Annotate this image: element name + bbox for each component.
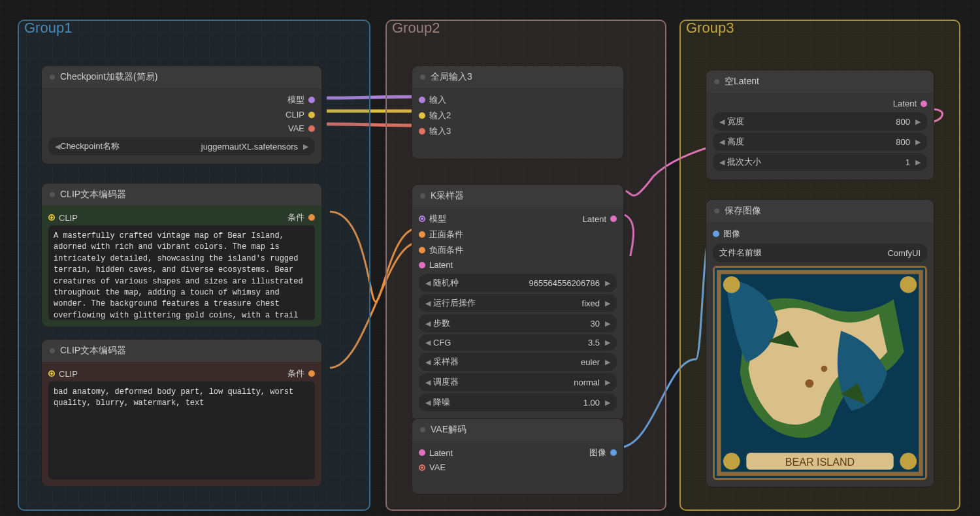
param-value: 3.5 bbox=[588, 338, 600, 347]
ksampler-param-0[interactable]: ◀随机种965564556206786▶ bbox=[419, 274, 617, 292]
output-label: 图像 bbox=[589, 447, 606, 459]
ksampler-param-3[interactable]: ◀CFG3.5▶ bbox=[419, 334, 617, 351]
ksampler-param-6[interactable]: ◀降噪1.00▶ bbox=[419, 393, 617, 411]
collapse-icon[interactable] bbox=[714, 79, 719, 84]
negative-input-port[interactable] bbox=[419, 247, 425, 253]
latent-output-port[interactable] bbox=[921, 101, 927, 107]
arrow-right-icon[interactable]: ▶ bbox=[605, 398, 610, 407]
latent-output-port[interactable] bbox=[610, 216, 617, 222]
param-label: 随机种 bbox=[433, 277, 459, 289]
node-header[interactable]: CLIP文本编码器 bbox=[42, 340, 321, 362]
prompt-textarea[interactable]: bad anatomy, deformed body part, low qua… bbox=[48, 381, 315, 479]
input-label: 正面条件 bbox=[429, 229, 463, 240]
vae-output-port[interactable] bbox=[308, 125, 315, 132]
filename-prefix-widget[interactable]: 文件名前缀ComfyUI bbox=[713, 244, 927, 262]
ksampler-param-1[interactable]: ◀运行后操作fixed▶ bbox=[419, 294, 617, 312]
node-header[interactable]: 全局输入3 bbox=[412, 66, 623, 88]
arrow-right-icon[interactable]: ▶ bbox=[915, 138, 921, 146]
global-input-node[interactable]: 全局输入3 输入 输入2 输入3 bbox=[412, 65, 624, 159]
node-title: 空Latent bbox=[725, 76, 759, 88]
param-label: 高度 bbox=[727, 136, 744, 148]
input-port-1[interactable] bbox=[419, 97, 425, 103]
collapse-icon[interactable] bbox=[714, 208, 719, 214]
arrow-right-icon[interactable]: ▶ bbox=[605, 319, 610, 328]
arrow-left-icon[interactable]: ◀ bbox=[425, 378, 431, 387]
arrow-left-icon[interactable]: ◀ bbox=[425, 299, 431, 308]
group-1-title: Group1 bbox=[24, 20, 72, 37]
input-port-2[interactable] bbox=[419, 112, 425, 119]
param-value: 965564556206786 bbox=[529, 278, 600, 288]
node-header[interactable]: VAE解码 bbox=[412, 419, 623, 441]
latent-input-port[interactable] bbox=[419, 449, 425, 456]
node-header[interactable]: 空Latent bbox=[706, 71, 934, 93]
arrow-left-icon[interactable]: ◀ bbox=[425, 319, 431, 328]
svg-point-9 bbox=[900, 453, 917, 470]
collapse-icon[interactable] bbox=[420, 74, 425, 80]
map-illustration-icon: BEAR ISLAND bbox=[715, 268, 925, 478]
collapse-icon[interactable] bbox=[50, 192, 55, 197]
arrow-right-icon[interactable]: ▶ bbox=[605, 378, 610, 387]
arrow-left-icon[interactable]: ◀ bbox=[719, 138, 725, 146]
arrow-right-icon[interactable]: ▶ bbox=[605, 358, 610, 366]
empty-latent-node[interactable]: 空Latent Latent ◀宽度800▶◀高度800▶◀批次大小1▶ bbox=[706, 70, 934, 180]
latent-input-port[interactable] bbox=[419, 262, 425, 268]
input-label: VAE bbox=[429, 462, 446, 472]
input-port-3[interactable] bbox=[419, 128, 425, 135]
arrow-right-icon[interactable]: ▶ bbox=[605, 299, 610, 308]
image-preview[interactable]: BEAR ISLAND bbox=[713, 266, 927, 480]
param-value: 30 bbox=[591, 319, 600, 329]
clip-input-port[interactable] bbox=[48, 370, 55, 377]
arrow-left-icon[interactable]: ◀ bbox=[425, 398, 431, 407]
node-header[interactable]: 保存图像 bbox=[706, 200, 934, 222]
arrow-left-icon[interactable]: ◀ bbox=[425, 338, 431, 347]
arrow-right-icon[interactable]: ▶ bbox=[303, 142, 308, 151]
vae-decode-node[interactable]: VAE解码 Latent图像 VAE bbox=[412, 418, 624, 494]
arrow-right-icon[interactable]: ▶ bbox=[605, 338, 610, 347]
empty-latent-param-1[interactable]: ◀高度800▶ bbox=[713, 133, 927, 151]
arrow-right-icon[interactable]: ▶ bbox=[605, 279, 610, 287]
prompt-textarea[interactable]: A masterfully crafted vintage map of Bea… bbox=[48, 225, 315, 320]
conditioning-output-port[interactable] bbox=[308, 370, 315, 377]
arrow-left-icon[interactable]: ◀ bbox=[425, 358, 431, 366]
model-input-port[interactable] bbox=[419, 216, 425, 222]
save-image-node[interactable]: 保存图像 图像 文件名前缀ComfyUI BEAR ISLAND bbox=[706, 199, 934, 487]
positive-input-port[interactable] bbox=[419, 231, 425, 238]
collapse-icon[interactable] bbox=[50, 74, 55, 80]
arrow-right-icon[interactable]: ▶ bbox=[915, 158, 921, 167]
output-label: CLIP bbox=[286, 110, 304, 120]
arrow-left-icon[interactable]: ◀ bbox=[425, 279, 431, 287]
collapse-icon[interactable] bbox=[420, 427, 425, 432]
node-header[interactable]: CLIP文本编码器 bbox=[42, 184, 321, 206]
svg-point-8 bbox=[723, 453, 740, 470]
node-title: Checkpoint加载器(简易) bbox=[60, 71, 157, 83]
clip-output-port[interactable] bbox=[308, 112, 315, 118]
clip-text-encode-negative-node[interactable]: CLIP文本编码器 CLIP条件 bad anatomy, deformed b… bbox=[41, 339, 322, 487]
arrow-right-icon[interactable]: ▶ bbox=[915, 118, 921, 126]
clip-input-port[interactable] bbox=[48, 214, 55, 221]
model-output-port[interactable] bbox=[308, 97, 315, 103]
conditioning-output-port[interactable] bbox=[308, 214, 315, 221]
arrow-left-icon[interactable]: ◀ bbox=[719, 158, 725, 167]
image-input-port[interactable] bbox=[713, 231, 719, 237]
ksampler-node[interactable]: K采样器 模型Latent 正面条件 负面条件 Latent ◀随机种96556… bbox=[412, 184, 624, 421]
collapse-icon[interactable] bbox=[50, 348, 55, 353]
node-header[interactable]: K采样器 bbox=[412, 185, 623, 207]
empty-latent-param-0[interactable]: ◀宽度800▶ bbox=[713, 112, 927, 131]
collapse-icon[interactable] bbox=[420, 193, 425, 199]
node-header[interactable]: Checkpoint加载器(简易) bbox=[42, 66, 321, 88]
arrow-left-icon[interactable]: ◀ bbox=[719, 118, 725, 126]
image-output-port[interactable] bbox=[610, 449, 617, 456]
checkpoint-name-widget[interactable]: ◀Checkpoint名称juggernautXL.safetensors▶ bbox=[48, 137, 315, 155]
checkpoint-loader-node[interactable]: Checkpoint加载器(简易) 模型 CLIP VAE ◀Checkpoin… bbox=[41, 65, 322, 165]
clip-text-encode-positive-node[interactable]: CLIP文本编码器 CLIP条件 A masterfully crafted v… bbox=[41, 183, 322, 327]
ksampler-param-2[interactable]: ◀步数30▶ bbox=[419, 314, 617, 332]
ksampler-param-4[interactable]: ◀采样器euler▶ bbox=[419, 353, 617, 371]
widget-label: Checkpoint名称 bbox=[60, 140, 120, 152]
arrow-left-icon[interactable]: ◀ bbox=[55, 142, 60, 151]
ksampler-param-5[interactable]: ◀调度器normal▶ bbox=[419, 373, 617, 391]
param-label: 步数 bbox=[433, 317, 450, 329]
empty-latent-param-2[interactable]: ◀批次大小1▶ bbox=[713, 153, 927, 171]
output-label: 模型 bbox=[287, 94, 304, 106]
input-label: CLIP bbox=[59, 213, 78, 223]
vae-input-port[interactable] bbox=[419, 464, 425, 471]
